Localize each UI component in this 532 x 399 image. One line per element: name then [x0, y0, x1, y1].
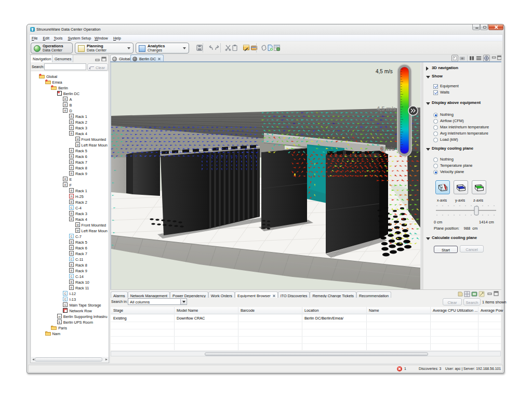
svg-text:R: R — [64, 97, 66, 100]
svg-text:R: R — [64, 177, 66, 180]
svg-text:R: R — [71, 166, 73, 169]
svg-text:R: R — [71, 131, 73, 135]
svg-text:R: R — [71, 200, 73, 203]
svg-text:4,5 m/s: 4,5 m/s — [377, 105, 396, 112]
svg-text:R: R — [64, 109, 66, 112]
svg-text:R: R — [71, 160, 73, 163]
svg-text:C: C — [71, 258, 73, 261]
svg-text:C: C — [71, 206, 73, 209]
svg-text:R: R — [71, 281, 73, 284]
svg-text:R: R — [71, 126, 73, 129]
svg-text:0 m/s: 0 m/s — [380, 145, 395, 152]
svg-text:M: M — [76, 137, 78, 140]
svg-text:R: R — [71, 154, 73, 157]
svg-text:C: C — [64, 292, 66, 295]
svg-text:M: M — [76, 143, 78, 146]
svg-text:R: R — [71, 252, 73, 255]
svg-text:G: G — [64, 303, 66, 307]
svg-text:R: R — [71, 114, 73, 117]
svg-text:H: H — [71, 194, 73, 197]
svg-text:M: M — [76, 229, 78, 232]
svg-text:C: C — [71, 235, 73, 238]
svg-text:R: R — [71, 269, 73, 272]
svg-text:C: C — [71, 275, 73, 278]
svg-text:R: R — [71, 246, 73, 249]
svg-text:R: R — [64, 183, 66, 186]
svg-text:C: C — [64, 298, 66, 301]
svg-text:R: R — [71, 263, 73, 267]
svg-text:R: R — [71, 286, 73, 289]
svg-text:R: R — [71, 171, 73, 175]
svg-text:R: R — [64, 103, 66, 106]
svg-text:R: R — [71, 189, 73, 192]
svg-text:4,5 m/s: 4,5 m/s — [376, 69, 393, 74]
svg-text:R: R — [71, 241, 73, 244]
svg-text:R: R — [71, 218, 73, 221]
svg-text:R: R — [71, 120, 73, 123]
svg-text:R: R — [71, 149, 73, 152]
svg-text:R: R — [71, 212, 73, 215]
svg-text:M: M — [76, 223, 78, 227]
svg-text:SP: SP — [58, 316, 61, 318]
